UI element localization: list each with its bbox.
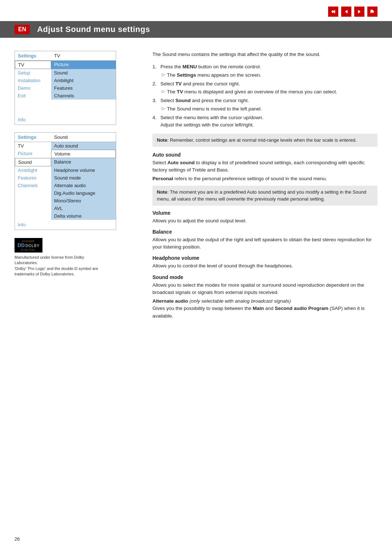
step-1-bold: MENU (183, 64, 197, 69)
dolby-logo: virtual DD DOLBY DIGITAL (15, 238, 42, 253)
auto-sound-heading: Auto sound (152, 152, 377, 158)
step-2-num: 2. (152, 80, 158, 96)
page-number: 26 (15, 536, 20, 542)
menu2-row-mono: Mono/Stereo (15, 197, 116, 205)
menu1-left-setup: Setup (15, 69, 51, 77)
menu1-row-demo: Demo Features (15, 84, 116, 92)
menu2-right-soundmode: Sound mode (51, 174, 116, 182)
skip-forward-button[interactable] (367, 7, 377, 17)
menu1-col1-label: Settings (18, 53, 54, 58)
auto-sound-text1: Select Auto sound to display a list of p… (152, 159, 377, 174)
menu-table-2: Settings Sound TV Auto sound Picture Vol… (15, 132, 116, 230)
svg-marker-0 (331, 10, 335, 14)
menu2-row-dig: Dig.Audio language (15, 189, 116, 197)
back-button[interactable] (341, 7, 351, 17)
menu2-left-picture: Picture (15, 150, 51, 158)
headphone-heading: Headphone volume (152, 255, 377, 261)
section-alternate-audio: Alternate audio (only selectable with an… (152, 298, 377, 320)
dolby-virtual-text: virtual (22, 239, 35, 243)
skip-back-button[interactable] (328, 7, 338, 17)
step-3: 3. Select Sound and press the cursor rig… (152, 97, 377, 113)
auto-sound-text2: Personal refers to the personal preferen… (152, 175, 377, 182)
volume-heading: Volume (152, 210, 377, 216)
note-box-autosound: Note: The moment you are in a predefined… (152, 186, 377, 206)
menu2-right-avl: AVL (51, 205, 116, 212)
steps-list: 1. Press the MENU button on the remote c… (152, 63, 377, 129)
svg-marker-2 (358, 10, 361, 14)
volume-text: Allows you to adjust the sound output le… (152, 217, 377, 225)
menu2-row-tv: TV Auto sound (15, 142, 116, 150)
menu2-right-digaudio: Dig.Audio language (51, 189, 116, 197)
step-3-arrow: ▷ (162, 105, 165, 113)
sound-mode-text: Allows you to select the modes for more … (152, 282, 377, 296)
top-navigation (328, 7, 377, 17)
step-3-sub: ▷ The Sound menu is moved to the left pa… (162, 105, 377, 113)
step-4: 4. Select the menu items with the cursor… (152, 114, 377, 129)
sound-mode-heading: Sound mode (152, 274, 377, 280)
header-bar: EN Adjust Sound menu settings (0, 21, 392, 38)
menu-table-2-header: Settings Sound (15, 133, 116, 142)
svg-marker-1 (345, 10, 348, 14)
menu1-info: Info (15, 115, 116, 125)
menu1-right-ambilight: Ambilight (51, 77, 116, 84)
balance-heading: Balance (152, 229, 377, 235)
menu2-row-avl: AVL (15, 205, 116, 212)
step-2: 2. Select TV and press the cursor right.… (152, 80, 377, 96)
section-volume: Volume Allows you to adjust the sound ou… (152, 210, 377, 225)
right-column: The Sound menu contains the settings tha… (149, 51, 377, 540)
menu-table-1: Settings TV TV Picture Setup Sound Insta… (15, 51, 116, 125)
section-sound-mode: Sound mode Allows you to select the mode… (152, 274, 377, 296)
menu2-right-volume: Volume (51, 150, 116, 158)
dolby-middle-row: DD DOLBY (17, 243, 40, 249)
note-box-1: Note: Remember, control settings are at … (152, 134, 377, 147)
step-4-num: 4. (152, 114, 158, 129)
svg-marker-3 (371, 10, 375, 14)
menu1-right-picture: Picture (51, 61, 116, 69)
section-auto-sound: Auto sound Select Auto sound to display … (152, 152, 377, 206)
menu2-left-features: Features (15, 174, 51, 182)
dolby-caption: Manufactured under license from Dolby La… (15, 255, 138, 277)
menu2-col1-label: Settings (18, 134, 54, 140)
menu1-left-demo: Demo (15, 84, 51, 92)
dolby-label: DOLBY (25, 244, 40, 248)
step-1: 1. Press the MENU button on the remote c… (152, 63, 377, 79)
menu1-col2-label: TV (54, 53, 60, 58)
menu2-right-mono: Mono/Stereo (51, 197, 116, 205)
menu2-right-headphone: Headphone volume (51, 166, 116, 174)
menu1-row-exit: Exit Channels (15, 92, 116, 100)
step-1-content: Press the MENU button on the remote cont… (160, 63, 377, 79)
menu1-right-features: Features (51, 84, 116, 92)
menu2-right-balance: Balance (51, 158, 116, 166)
step-2-content: Select TV and press the cursor right. ▷ … (160, 80, 377, 96)
language-badge: EN (15, 25, 30, 34)
menu-table-1-header: Settings TV (15, 51, 116, 61)
menu2-left-ambilight: Ambilight (15, 166, 51, 174)
menu1-left-tv: TV (15, 61, 51, 69)
alternate-audio-text: Alternate audio (only selectable with an… (152, 298, 377, 320)
step-3-num: 3. (152, 97, 158, 113)
menu1-row-setup: Setup Sound (15, 69, 116, 77)
menu1-row-tv: TV Picture (15, 61, 116, 69)
forward-button[interactable] (354, 7, 364, 17)
page-title: Adjust Sound menu settings (37, 25, 150, 34)
menu2-left-channels: Channels (15, 182, 51, 189)
menu2-row-features: Features Sound mode (15, 174, 116, 182)
dolby-dd-symbol: DD (17, 243, 25, 249)
intro-text: The Sound menu contains the settings tha… (152, 51, 377, 58)
section-headphone: Headphone volume Allows you to control t… (152, 255, 377, 270)
step-1-num: 1. (152, 63, 158, 79)
menu2-left-sound: Sound (15, 158, 51, 166)
menu2-row-ambilight: Ambilight Headphone volume (15, 166, 116, 174)
step-2-sub: ▷ The TV menu is displayed and gives an … (162, 88, 377, 96)
menu2-row-sound: Sound Balance (15, 158, 116, 166)
menu2-right-alternate: Alternate audio (51, 182, 116, 189)
menu2-info: Info (15, 220, 116, 230)
menu2-right-autosound: Auto sound (51, 142, 116, 150)
menu1-left-installation: Installation (15, 77, 51, 84)
note1-label: Note (157, 137, 167, 143)
menu2-row-picture: Picture Volume (15, 150, 116, 158)
menu1-row-installation: Installation Ambilight (15, 77, 116, 84)
menu1-left-exit: Exit (15, 92, 51, 100)
balance-text: Allows you to adjust the output of the r… (152, 236, 377, 251)
menu2-col2-label: Sound (54, 134, 68, 140)
